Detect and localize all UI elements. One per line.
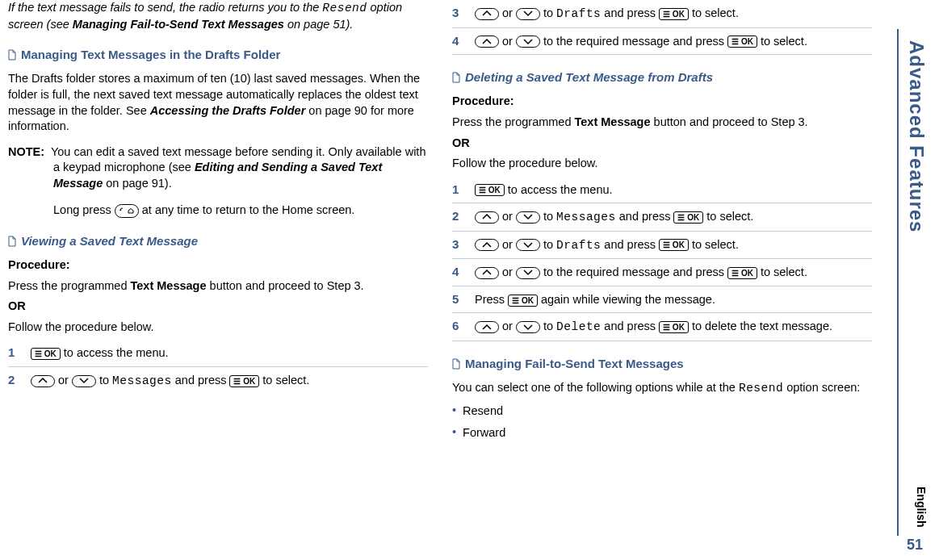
file-icon [8,49,16,61]
ok-key-icon: ☰ OK [229,375,259,387]
step-2: 2 or to Messages and press ☰ OK to selec… [8,367,428,395]
down-key-icon [516,239,540,251]
b-step-1: 1 ☰ OK to access the menu. [452,177,872,204]
left-column: If the text message fails to send, the r… [8,0,428,448]
file-icon [452,358,460,370]
side-tab-label: Advanced Features [905,40,928,232]
up-key-icon [475,36,499,48]
b-step-3: 3 or to Drafts and press ☰ OK to select. [452,232,872,260]
step-1: 1 ☰ OK to access the menu. [8,340,428,367]
note-label: NOTE: [8,145,44,158]
ok-key-icon: ☰ OK [673,211,703,224]
ok-key-icon: ☰ OK [475,184,505,196]
side-divider [897,29,899,536]
ok-key-icon: ☰ OK [659,239,689,251]
file-icon [452,72,460,83]
options-list: • Resend • Forward [452,403,872,441]
procedure-label: Procedure: [8,257,428,274]
procedure-line2: Follow the procedure below. [452,156,872,172]
section-deleting-saved: Deleting a Saved Text Message from Draft… [452,69,872,86]
ok-key-icon: ☰ OK [31,348,61,360]
bullet-icon: • [452,425,456,441]
list-item: • Resend [452,403,872,420]
b-step-2: 2 or to Messages and press ☰ OK to selec… [452,203,872,232]
section-fail-to-send: Managing Fail-to-Send Text Messages [452,356,872,372]
fail-options-intro: You can select one of the following opti… [452,380,872,397]
drafts-description: The Drafts folder stores a maximum of te… [8,71,428,134]
home-key-icon [115,204,139,218]
section-managing-drafts: Managing Text Messages in the Drafts Fol… [8,47,428,63]
down-key-icon [72,375,96,387]
bullet-icon: • [452,403,456,420]
ok-key-icon: ☰ OK [659,8,689,20]
down-key-icon [516,36,540,48]
up-key-icon [475,239,499,251]
b-step-6: 6 or to Delete and press ☰ OK to delete … [452,313,872,341]
b-step-4: 4 or to the required message and press ☰… [452,259,872,286]
up-key-icon [475,321,499,333]
file-icon [8,236,16,247]
ok-key-icon: ☰ OK [727,267,757,279]
up-key-icon [475,8,499,20]
procedure-line1: Press the programmed Text Message button… [8,278,428,295]
intro-paragraph: If the text message fails to send, the r… [8,0,428,32]
ok-key-icon: ☰ OK [659,321,689,333]
down-key-icon [516,267,540,279]
procedure-label: Procedure: [452,94,872,110]
page-number: 51 [907,537,923,554]
up-key-icon [31,375,55,387]
ok-key-icon: ☰ OK [508,295,538,307]
english-label: English [915,487,928,528]
list-item: • Forward [452,425,872,441]
down-key-icon [516,211,540,224]
or-label: OR [8,299,428,315]
right-column: 3 or to Drafts and press ☰ OK to select.… [452,0,872,448]
note-block: NOTE: You can edit a saved text message … [8,144,428,219]
up-key-icon [475,211,499,224]
procedure-line2: Follow the procedure below. [8,320,428,336]
up-key-icon [475,267,499,279]
procedure-line1: Press the programmed Text Message button… [452,115,872,131]
b-step-5: 5 Press ☰ OK again while viewing the mes… [452,286,872,314]
step-3: 3 or to Drafts and press ☰ OK to select. [452,0,872,28]
ok-key-icon: ☰ OK [727,36,757,48]
step-4: 4 or to the required message and press ☰… [452,28,872,56]
down-key-icon [516,8,540,20]
section-viewing-saved: Viewing a Saved Text Message [8,233,428,249]
down-key-icon [516,321,540,333]
or-label: OR [452,136,872,152]
